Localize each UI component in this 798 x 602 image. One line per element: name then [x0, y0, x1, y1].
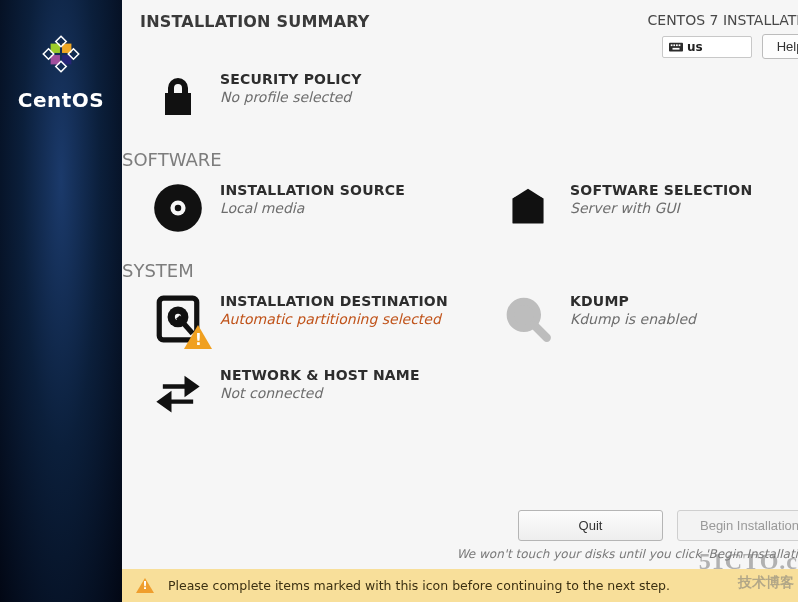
spoke-status: Kdump is enabled: [570, 311, 696, 327]
package-icon: [502, 182, 554, 234]
warning-icon: [136, 578, 154, 593]
svg-rect-6: [673, 44, 675, 46]
spoke-software-selection[interactable]: SOFTWARE SELECTION Server with GUI: [472, 176, 798, 250]
centos-logo-icon: [35, 28, 87, 80]
spoke-status: Server with GUI: [570, 200, 752, 216]
svg-rect-9: [672, 47, 679, 49]
keyboard-layout-label: us: [687, 40, 703, 54]
footer: Quit Begin Installation We won't touch y…: [122, 504, 798, 569]
spoke-security-policy[interactable]: SECURITY POLICY No profile selected: [122, 65, 472, 139]
harddisk-icon: [152, 293, 204, 345]
spoke-title: INSTALLATION SOURCE: [220, 182, 405, 198]
spoke-installation-destination[interactable]: INSTALLATION DESTINATION Automatic parti…: [122, 287, 472, 361]
header-right: CENTOS 7 INSTALLATION us Help!: [648, 12, 798, 59]
help-button[interactable]: Help!: [762, 34, 798, 59]
magnifier-icon: [502, 293, 554, 345]
spoke-kdump[interactable]: KDUMP Kdump is enabled: [472, 287, 798, 361]
sidebar: CentOS: [0, 0, 122, 602]
content: SECURITY POLICY No profile selected SOFT…: [122, 59, 798, 504]
product-name: CentOS: [18, 88, 104, 112]
spoke-title: NETWORK & HOST NAME: [220, 367, 420, 383]
page-subtitle: CENTOS 7 INSTALLATION: [648, 12, 798, 28]
main-panel: INSTALLATION SUMMARY CENTOS 7 INSTALLATI…: [122, 0, 798, 602]
keyboard-layout-selector[interactable]: us: [662, 36, 752, 58]
spoke-title: SOFTWARE SELECTION: [570, 182, 752, 198]
keyboard-icon: [669, 42, 683, 52]
warning-icon: [184, 325, 212, 349]
network-arrows-icon: [152, 367, 204, 419]
svg-rect-5: [671, 44, 673, 46]
spoke-status: No profile selected: [220, 89, 362, 105]
section-label-software: SOFTWARE: [122, 139, 798, 176]
spoke-title: INSTALLATION DESTINATION: [220, 293, 448, 309]
header: INSTALLATION SUMMARY CENTOS 7 INSTALLATI…: [122, 0, 798, 59]
spoke-title: KDUMP: [570, 293, 696, 309]
svg-rect-4: [669, 42, 683, 51]
spoke-status: Local media: [220, 200, 405, 216]
spoke-network[interactable]: NETWORK & HOST NAME Not connected: [122, 361, 472, 435]
warning-text: Please complete items marked with this i…: [168, 578, 670, 593]
svg-point-12: [175, 205, 182, 212]
disc-icon: [152, 182, 204, 234]
spoke-status: Not connected: [220, 385, 420, 401]
section-label-system: SYSTEM: [122, 250, 798, 287]
quit-button[interactable]: Quit: [518, 510, 663, 541]
spoke-status: Automatic partitioning selected: [220, 311, 448, 327]
spoke-title: SECURITY POLICY: [220, 71, 362, 87]
begin-installation-button[interactable]: Begin Installation: [677, 510, 798, 541]
warning-bar: Please complete items marked with this i…: [122, 569, 798, 602]
spoke-installation-source[interactable]: INSTALLATION SOURCE Local media: [122, 176, 472, 250]
lock-icon: [152, 71, 204, 123]
svg-rect-8: [679, 44, 681, 46]
page-title: INSTALLATION SUMMARY: [140, 12, 370, 59]
svg-rect-7: [676, 44, 678, 46]
footer-note: We won't touch your disks until you clic…: [122, 547, 798, 561]
